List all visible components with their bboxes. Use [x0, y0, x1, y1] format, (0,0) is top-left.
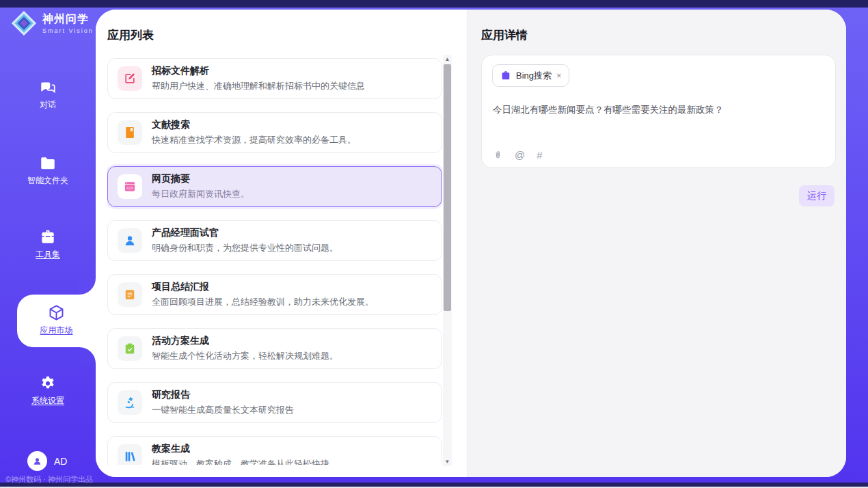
- active-bubble-notch: [79, 347, 96, 364]
- user-initials: AD: [54, 456, 67, 467]
- diamond-logo-icon: [11, 10, 37, 36]
- app-card-pm-interviewer[interactable]: 产品经理面试官 明确身份和职责，为您提供专业性的面试问题。: [107, 220, 442, 261]
- microscope-icon: [118, 390, 142, 415]
- scroll-down-arrow-icon[interactable]: ▼: [443, 457, 452, 466]
- app-title: 文献搜索: [152, 119, 356, 131]
- app-title: 研究报告: [152, 389, 294, 401]
- app-description: 每日政府新闻资讯快查。: [152, 188, 249, 200]
- app-window: 神州问学 Smart Vision 对话 智能文件夹 工具: [0, 0, 868, 488]
- briefcase-icon: [500, 70, 511, 81]
- app-title: 招标文件解析: [152, 65, 365, 77]
- sidebar-item-toolset[interactable]: 工具集: [0, 228, 96, 260]
- app-card-research-report[interactable]: 研究报告 一键智能生成高质量长文本研究报告: [107, 382, 442, 423]
- copyright-footer: ©神州数码 · 神州问学出品: [5, 474, 93, 485]
- tool-chip-bing-search[interactable]: Bing搜索 ×: [492, 64, 569, 87]
- sidebar-item-smart-folder[interactable]: 智能文件夹: [0, 154, 96, 187]
- scrollbar-thumb[interactable]: [444, 64, 451, 311]
- brand-subtitle: Smart Vision: [42, 27, 94, 34]
- query-text[interactable]: 今日湖北有哪些新闻要点？有哪些需要关注的最新政策？: [493, 104, 824, 116]
- app-description: 全面回顾项目进展，总结经验教训，助力未来优化发展。: [152, 296, 374, 308]
- app-description: 一键智能生成高质量长文本研究报告: [152, 404, 294, 416]
- brand-name: 神州问学: [42, 12, 94, 27]
- main-content: 应用列表 招标文件解析 帮助用户快速、准确地理解和解析招标书中的关键信息: [96, 10, 846, 477]
- interviewer-icon: [118, 228, 142, 253]
- paperclip-icon[interactable]: [493, 148, 503, 161]
- top-window-bar: [0, 0, 868, 8]
- sidebar-item-settings[interactable]: 系统设置: [0, 375, 96, 407]
- sidebar-item-label: 智能文件夹: [0, 175, 96, 187]
- tool-chip-label: Bing搜索: [516, 70, 552, 82]
- app-description: 快速精准查找学术资源，提高研究效率的必备工具。: [152, 134, 356, 146]
- sidebar-item-app-market[interactable]: 应用市场: [17, 295, 96, 347]
- active-bubble-notch: [79, 278, 96, 295]
- pen-square-icon: [118, 66, 142, 91]
- app-card-web-summary[interactable]: </> 网页摘要 每日政府新闻资讯快查。: [107, 166, 442, 207]
- sidebar: 神州问学 Smart Vision 对话 智能文件夹 工具: [0, 8, 96, 483]
- webpage-code-icon: </>: [118, 174, 142, 199]
- app-list-scrollbar[interactable]: ▲ ▼: [443, 55, 452, 466]
- at-icon[interactable]: @: [515, 149, 525, 161]
- folder-icon: [39, 154, 57, 172]
- app-card-lesson-plan[interactable]: 教案生成 模板驱动，教案秒成，教学准备从此轻松快捷: [107, 436, 442, 465]
- svg-text:</>: </>: [126, 186, 134, 190]
- app-list-panel: 应用列表 招标文件解析 帮助用户快速、准确地理解和解析招标书中的关键信息: [96, 10, 467, 477]
- app-title: 教案生成: [152, 443, 329, 455]
- app-title: 活动方案生成: [152, 335, 338, 347]
- sidebar-item-label: 工具集: [0, 249, 96, 260]
- sidebar-item-chat[interactable]: 对话: [0, 79, 96, 111]
- sidebar-item-label: 应用市场: [17, 325, 96, 336]
- app-list-title: 应用列表: [107, 27, 154, 43]
- app-title: 网页摘要: [152, 173, 249, 185]
- scroll-up-arrow-icon[interactable]: ▲: [443, 55, 452, 64]
- app-title: 项目总结汇报: [152, 281, 374, 293]
- sidebar-item-label: 对话: [0, 99, 96, 111]
- chat-icon: [39, 79, 57, 96]
- app-card-project-summary[interactable]: 项目总结汇报 全面回顾项目进展，总结经验教训，助力未来优化发展。: [107, 274, 442, 315]
- app-detail-panel: 应用详情 Bing搜索 × 今日湖北有哪些新闻要点？有哪些需要关注的最新政策？ …: [467, 10, 846, 477]
- notepad-icon: [118, 282, 142, 307]
- run-button[interactable]: 运行: [799, 185, 835, 206]
- sidebar-item-label: 系统设置: [0, 395, 96, 407]
- clipboard-check-icon: [118, 336, 142, 361]
- avatar-icon: [31, 455, 43, 467]
- close-icon[interactable]: ×: [556, 71, 562, 80]
- app-title: 产品经理面试官: [152, 227, 338, 239]
- book-icon: [118, 120, 142, 145]
- app-card-list: 招标文件解析 帮助用户快速、准确地理解和解析招标书中的关键信息 文献搜索 快速精…: [107, 58, 442, 465]
- app-card-literature-search[interactable]: 文献搜索 快速精准查找学术资源，提高研究效率的必备工具。: [107, 112, 442, 153]
- hash-icon[interactable]: #: [537, 149, 542, 161]
- bottom-window-bar: [0, 483, 868, 487]
- gear-icon: [39, 375, 57, 392]
- app-card-activity-plan[interactable]: 活动方案生成 智能生成个性化活动方案，轻松解决规划难题。: [107, 328, 442, 369]
- books-icon: [118, 444, 142, 465]
- user-account[interactable]: AD: [27, 451, 67, 471]
- app-description: 智能生成个性化活动方案，轻松解决规划难题。: [152, 350, 338, 362]
- input-toolbar: @ #: [493, 148, 543, 161]
- brand: 神州问学 Smart Vision: [11, 10, 94, 36]
- app-description: 帮助用户快速、准确地理解和解析招标书中的关键信息: [152, 80, 365, 92]
- app-card-bid-parse[interactable]: 招标文件解析 帮助用户快速、准确地理解和解析招标书中的关键信息: [107, 58, 442, 99]
- cube-icon: [47, 303, 66, 322]
- avatar: [27, 451, 47, 471]
- query-input-card[interactable]: Bing搜索 × 今日湖北有哪些新闻要点？有哪些需要关注的最新政策？ @ #: [481, 55, 836, 168]
- toolbox-icon: [39, 228, 57, 246]
- app-detail-title: 应用详情: [481, 27, 528, 43]
- app-description: 模板驱动，教案秒成，教学准备从此轻松快捷: [152, 458, 329, 465]
- app-description: 明确身份和职责，为您提供专业性的面试问题。: [152, 242, 338, 254]
